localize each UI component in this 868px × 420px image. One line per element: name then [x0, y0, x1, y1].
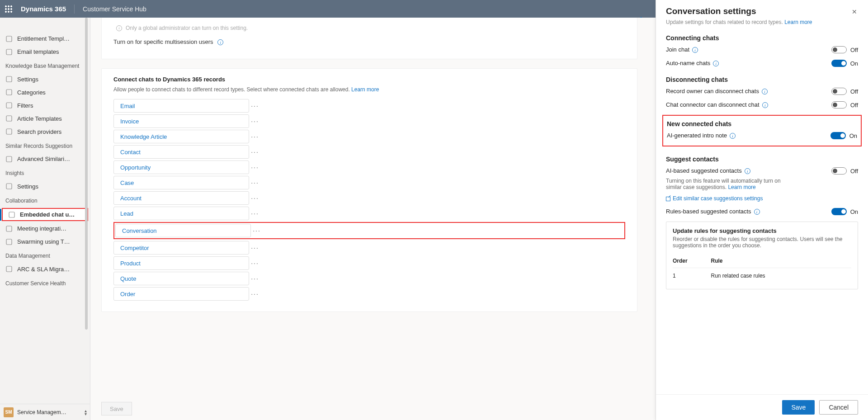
info-icon[interactable]: i: [730, 133, 736, 139]
more-icon[interactable]: ···: [249, 133, 261, 140]
info-icon[interactable]: i: [762, 102, 768, 108]
connector-disc-toggle[interactable]: [831, 101, 847, 109]
app-launcher-icon[interactable]: [5, 5, 13, 13]
owner-disc-label: Record owner can disconnect chats: [666, 88, 759, 94]
cancel-button[interactable]: Cancel: [819, 400, 858, 415]
record-pill[interactable]: Order: [113, 287, 249, 301]
record-pill[interactable]: Lead: [113, 207, 249, 220]
save-button-main: Save: [101, 402, 132, 415]
ai-contacts-value: Off: [850, 168, 858, 175]
svg-rect-8: [6, 184, 12, 189]
more-icon[interactable]: ···: [249, 275, 261, 282]
chevron-updown-icon: ▴▾: [85, 409, 87, 415]
divider: [74, 5, 75, 14]
learn-more-link[interactable]: Learn more: [728, 184, 755, 190]
nav-item[interactable]: Categories: [0, 86, 90, 99]
learn-more-link[interactable]: Learn more: [784, 20, 812, 25]
ai-note: Turning on this feature will automatical…: [666, 178, 781, 190]
nav-item[interactable]: Settings: [0, 73, 90, 86]
settings-panel: Conversation settings ✕ Update settings …: [656, 0, 868, 420]
more-icon[interactable]: ···: [249, 194, 261, 202]
svg-rect-2: [6, 76, 12, 82]
more-icon[interactable]: ···: [249, 260, 261, 267]
nav-label: Email templates: [17, 48, 59, 55]
record-pill[interactable]: Quote: [113, 272, 249, 285]
info-icon[interactable]: i: [745, 168, 750, 174]
panel-sub: Update settings for chats related to rec…: [666, 20, 783, 25]
record-pill[interactable]: Case: [113, 176, 249, 189]
record-row: Contact···: [113, 145, 625, 159]
svg-rect-3: [6, 90, 12, 95]
nav-item[interactable]: ARC & SLA Migra…: [0, 263, 90, 276]
scrollbar-thumb[interactable]: [85, 18, 88, 330]
auto-name-label: Auto-name chats: [666, 60, 710, 66]
nav-item[interactable]: Entitlement Templ…: [0, 32, 90, 45]
product-name: Dynamics 365: [21, 5, 66, 13]
connect-sub: Allow people to connect chats to differe…: [113, 86, 625, 93]
record-pill[interactable]: Invoice: [113, 114, 249, 128]
owner-disc-value: Off: [850, 88, 858, 95]
multisession-label: Turn on for specific multisession users: [113, 38, 213, 45]
record-pill[interactable]: Product: [113, 256, 249, 270]
nav-label: Swarming using T…: [17, 238, 70, 245]
more-icon[interactable]: ···: [249, 244, 261, 251]
intro-note-toggle[interactable]: [830, 132, 846, 139]
more-icon[interactable]: ···: [249, 118, 261, 125]
more-icon[interactable]: ···: [251, 227, 263, 234]
edit-suggestions-link[interactable]: Edit similar case suggestions settings: [673, 195, 763, 202]
more-icon[interactable]: ···: [249, 290, 261, 297]
more-icon[interactable]: ···: [249, 102, 261, 109]
area-switcher[interactable]: SM Service Managem… ▴▾: [0, 404, 90, 420]
more-icon[interactable]: ···: [249, 210, 261, 217]
col-order: Order: [673, 254, 711, 268]
svg-rect-11: [6, 239, 12, 245]
nav-item[interactable]: Embedded chat u…: [2, 208, 88, 221]
record-pill[interactable]: Email: [113, 99, 249, 113]
nav-item[interactable]: Article Templates: [0, 112, 90, 125]
nav-item[interactable]: Settings: [0, 180, 90, 193]
record-pill[interactable]: Conversation: [115, 224, 251, 237]
info-icon[interactable]: i: [762, 89, 768, 94]
nav-group-dm: Data Management: [0, 248, 90, 263]
close-icon[interactable]: ✕: [852, 8, 858, 14]
record-row: Case···: [113, 176, 625, 189]
learn-more-link[interactable]: Learn more: [351, 86, 379, 93]
record-row: Knowledge Article···: [113, 130, 625, 143]
record-pill[interactable]: Knowledge Article: [113, 130, 249, 143]
svg-rect-5: [6, 116, 12, 121]
record-row: Invoice···: [113, 114, 625, 128]
rule-row[interactable]: 1Run related case rules: [673, 268, 851, 284]
record-pill[interactable]: Contact: [113, 145, 249, 159]
record-row: Lead···: [113, 207, 625, 220]
rule-order: 1: [673, 268, 711, 284]
record-pill[interactable]: Account: [113, 191, 249, 205]
nav-item[interactable]: Meeting integrati…: [0, 222, 90, 235]
record-pill[interactable]: Opportunity: [113, 160, 249, 174]
rules-contacts-toggle[interactable]: [831, 208, 847, 215]
more-icon[interactable]: ···: [249, 148, 261, 156]
section-new-chats: New connected chats: [667, 120, 857, 127]
nav-item[interactable]: Advanced Similari…: [0, 152, 90, 165]
nav-item[interactable]: Search providers: [0, 125, 90, 138]
nav-label: Filters: [17, 102, 33, 109]
ai-contacts-toggle[interactable]: [831, 167, 847, 175]
nav-item[interactable]: Filters: [0, 99, 90, 112]
info-icon[interactable]: i: [754, 209, 760, 215]
owner-disc-toggle[interactable]: [831, 88, 847, 95]
record-row: Product···: [113, 256, 625, 270]
nav-item[interactable]: Email templates: [0, 45, 90, 58]
more-icon[interactable]: ···: [249, 179, 261, 186]
rule-name: Run related case rules: [711, 268, 851, 284]
save-button[interactable]: Save: [782, 400, 815, 415]
join-chat-toggle[interactable]: [831, 46, 847, 53]
info-icon[interactable]: i: [713, 61, 719, 66]
info-icon[interactable]: i: [692, 47, 698, 53]
svg-rect-7: [6, 156, 12, 162]
rules-contacts-value: On: [850, 208, 858, 215]
intro-note-label: AI-generated intro note: [667, 132, 727, 139]
more-icon[interactable]: ···: [249, 164, 261, 171]
auto-name-toggle[interactable]: [831, 60, 847, 67]
nav-item[interactable]: Swarming using T…: [0, 235, 90, 248]
info-icon[interactable]: i: [217, 39, 223, 45]
record-pill[interactable]: Competitor: [113, 241, 249, 255]
